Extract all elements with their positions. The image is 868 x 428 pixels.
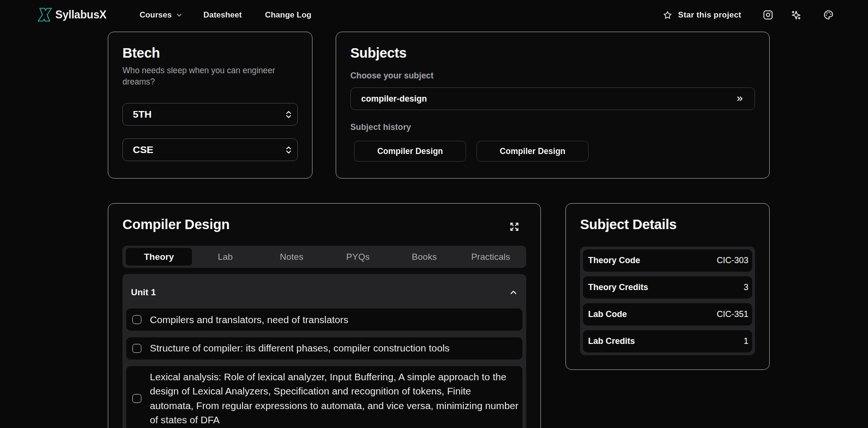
semester-card: Btech Who needs sleep when you can engin… bbox=[108, 32, 312, 179]
semester-card-title: Btech bbox=[122, 45, 298, 61]
tab-books[interactable]: Books bbox=[391, 248, 457, 265]
subject-history-label: Subject history bbox=[350, 121, 755, 133]
topic-checkbox[interactable] bbox=[132, 344, 141, 353]
topic-list: Compilers and translators, need of trans… bbox=[122, 308, 526, 428]
subject-search-input[interactable]: compiler-design bbox=[350, 87, 755, 110]
chevrons-up-down-icon bbox=[284, 146, 293, 154]
brand[interactable]: SyllabusX bbox=[38, 8, 106, 22]
history-item-button[interactable]: Compiler Design bbox=[477, 141, 589, 162]
unit-accordion-trigger[interactable]: Unit 1 bbox=[122, 274, 526, 308]
expand-icon bbox=[510, 222, 519, 231]
syllabus-card-header: Compiler Design bbox=[122, 216, 526, 232]
branch-select[interactable]: CSE bbox=[122, 138, 298, 161]
unit-accordion: Unit 1 Compilers and translators, need o… bbox=[122, 274, 526, 428]
chevron-up-icon bbox=[509, 288, 518, 297]
nav-menu: Courses Datesheet Change Log bbox=[139, 10, 312, 20]
branch-select-value: CSE bbox=[133, 144, 284, 155]
topic-item[interactable]: Lexical analysis: Role of lexical analyz… bbox=[126, 366, 522, 428]
star-project-button[interactable]: Star this project bbox=[663, 10, 741, 20]
subject-details-title: Subject Details bbox=[580, 216, 755, 232]
star-project-label: Star this project bbox=[678, 10, 741, 20]
nav-item-changelog[interactable]: Change Log bbox=[265, 10, 311, 20]
top-navigation: SyllabusX Courses Datesheet Change Log S… bbox=[0, 0, 868, 30]
syllabus-tabs: Theory Lab Notes PYQs Books Practicals bbox=[122, 246, 526, 268]
detail-row: Theory Credits 3 bbox=[583, 276, 752, 299]
history-item-button[interactable]: Compiler Design bbox=[354, 141, 466, 162]
main-content: Btech Who needs sleep when you can engin… bbox=[108, 32, 770, 428]
theme-button[interactable] bbox=[824, 10, 833, 20]
subjects-card: Subjects Choose your subject compiler-de… bbox=[336, 32, 770, 179]
tab-theory[interactable]: Theory bbox=[126, 248, 192, 265]
sparkles-icon bbox=[791, 10, 801, 20]
semester-card-description: Who needs sleep when you can engineer dr… bbox=[122, 65, 288, 87]
tab-pyqs[interactable]: PYQs bbox=[325, 248, 391, 265]
palette-icon bbox=[824, 10, 833, 20]
detail-row: Lab Credits 1 bbox=[583, 330, 752, 352]
expand-button[interactable] bbox=[510, 222, 519, 231]
subject-details-card: Subject Details Theory Code CIC-303 Theo… bbox=[565, 203, 770, 370]
nav-item-courses[interactable]: Courses bbox=[139, 10, 183, 20]
subject-details-box: Theory Code CIC-303 Theory Credits 3 Lab… bbox=[580, 247, 755, 355]
choose-subject-label: Choose your subject bbox=[350, 70, 755, 81]
subjects-card-title: Subjects bbox=[350, 45, 755, 61]
syllabus-card: Compiler Design Theory Lab Notes PYQs Bo… bbox=[108, 203, 541, 428]
topic-item[interactable]: Compilers and translators, need of trans… bbox=[126, 308, 522, 331]
unit-title: Unit 1 bbox=[131, 287, 156, 298]
subject-search-value: compiler-design bbox=[361, 94, 736, 104]
instagram-icon bbox=[763, 10, 773, 20]
subject-history: Compiler Design Compiler Design bbox=[354, 141, 755, 162]
top-cards-row: Btech Who needs sleep when you can engin… bbox=[108, 32, 770, 179]
topic-checkbox[interactable] bbox=[132, 315, 141, 324]
topic-item[interactable]: Structure of compiler: its different pha… bbox=[126, 337, 522, 360]
semester-select[interactable]: 5TH bbox=[122, 103, 298, 126]
syllabus-card-title: Compiler Design bbox=[122, 216, 230, 232]
syllabusx-logo-icon bbox=[38, 8, 52, 22]
chevrons-up-down-icon bbox=[284, 110, 293, 119]
instagram-button[interactable] bbox=[763, 10, 773, 20]
ai-button[interactable] bbox=[791, 10, 801, 20]
nav-actions: Star this project bbox=[663, 10, 833, 20]
brand-name: SyllabusX bbox=[55, 9, 106, 21]
semester-select-value: 5TH bbox=[133, 109, 284, 120]
tab-notes[interactable]: Notes bbox=[259, 248, 325, 265]
bottom-cards-row: Compiler Design Theory Lab Notes PYQs Bo… bbox=[108, 203, 770, 428]
nav-item-datesheet[interactable]: Datesheet bbox=[203, 10, 242, 20]
star-icon bbox=[663, 11, 672, 19]
tab-practicals[interactable]: Practicals bbox=[458, 248, 524, 265]
chevrons-right-icon bbox=[736, 94, 744, 103]
tab-lab[interactable]: Lab bbox=[192, 248, 258, 265]
detail-row: Lab Code CIC-351 bbox=[583, 303, 752, 325]
detail-row: Theory Code CIC-303 bbox=[583, 249, 752, 272]
chevron-down-icon bbox=[175, 11, 183, 19]
topic-checkbox[interactable] bbox=[132, 394, 141, 403]
